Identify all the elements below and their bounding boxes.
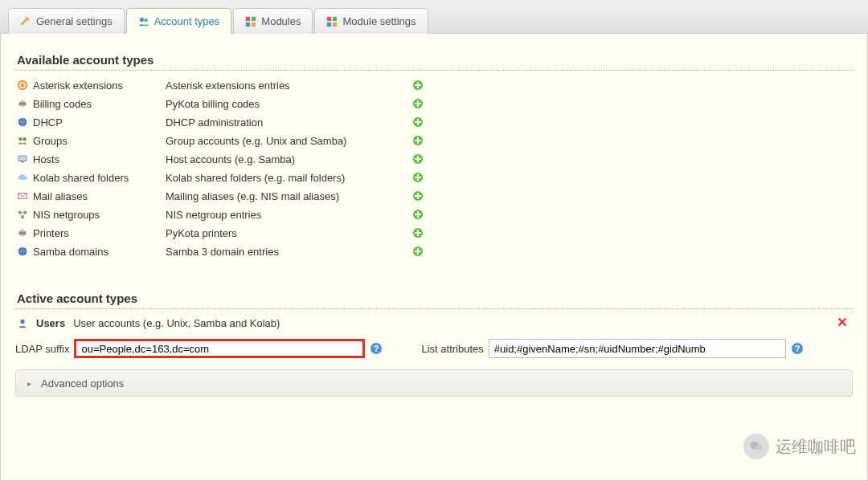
available-type-desc: Samba 3 domain entries <box>166 246 407 258</box>
tab-bar: General settings Account types Modules M… <box>0 0 868 34</box>
type-name-text: Billing codes <box>33 98 92 110</box>
available-type-name: Mail aliases <box>17 190 166 202</box>
remove-icon <box>837 316 848 328</box>
type-name-text: Groups <box>33 135 68 147</box>
add-type-button[interactable] <box>407 208 429 221</box>
advanced-options-label: Advanced options <box>41 377 124 389</box>
available-types-table: Asterisk extensionsAsterisk extensions e… <box>15 79 853 258</box>
advanced-options-toggle[interactable]: ▸ Advanced options <box>15 369 853 397</box>
add-type-button[interactable] <box>407 190 429 202</box>
tab-label: Modules <box>261 15 301 27</box>
host-icon <box>17 153 28 165</box>
add-type-button[interactable] <box>407 226 429 239</box>
chevron-right-icon: ▸ <box>27 379 31 388</box>
type-name-text: Kolab shared folders <box>33 172 129 184</box>
add-type-button[interactable] <box>407 79 429 92</box>
plus-icon <box>411 245 424 258</box>
available-type-name: Billing codes <box>17 98 166 110</box>
watermark: 运维咖啡吧 <box>743 434 856 459</box>
mail-icon <box>17 190 28 202</box>
available-type-desc: Kolab shared folders (e.g. mail folders) <box>166 172 407 184</box>
available-type-name: Printers <box>17 227 166 239</box>
available-type-desc: Mailing aliases (e.g. NIS mail aliases) <box>166 190 407 202</box>
active-type-desc: User accounts (e.g. Unix, Samba and Kola… <box>73 317 280 329</box>
add-type-button[interactable] <box>407 171 429 184</box>
plus-icon <box>411 208 424 221</box>
users-icon <box>138 16 149 27</box>
type-name-text: Asterisk extensions <box>33 79 123 92</box>
active-type-row: Users User accounts (e.g. Unix, Samba an… <box>17 317 853 329</box>
ldap-suffix-input[interactable] <box>74 339 365 358</box>
available-type-name: Hosts <box>17 153 166 165</box>
tab-general-settings[interactable]: General settings <box>8 8 125 34</box>
type-name-text: NIS netgroups <box>33 209 100 221</box>
available-type-desc: DHCP administration <box>166 116 407 128</box>
user-icon <box>17 318 28 329</box>
tab-content: Available account types Asterisk extensi… <box>0 34 868 481</box>
svg-point-24 <box>751 442 759 450</box>
blocks-icon <box>326 16 338 27</box>
svg-point-25 <box>756 445 763 451</box>
add-type-button[interactable] <box>407 134 429 147</box>
tab-modules[interactable]: Modules <box>233 8 313 34</box>
tab-label: Account types <box>154 15 220 27</box>
available-type-desc: Group accounts (e.g. Unix and Samba) <box>166 135 407 147</box>
available-type-desc: NIS netgroup entries <box>166 209 407 221</box>
tab-label: General settings <box>36 15 113 27</box>
type-name-text: Hosts <box>33 153 59 165</box>
list-attributes-input[interactable] <box>489 339 786 358</box>
tab-label: Module settings <box>342 15 416 27</box>
help-icon[interactable] <box>791 342 804 355</box>
available-type-desc: Asterisk extensions entries <box>166 79 407 92</box>
list-attributes-label: List attributes <box>421 343 483 355</box>
cloud-icon <box>17 172 28 183</box>
add-type-button[interactable] <box>407 245 429 258</box>
blocks-icon <box>245 16 256 27</box>
tab-account-types[interactable]: Account types <box>126 8 232 34</box>
available-type-name: DHCP <box>17 116 166 128</box>
wrench-icon <box>20 16 31 27</box>
plus-icon <box>411 190 424 202</box>
type-name-text: DHCP <box>33 116 63 128</box>
netgroup-icon <box>17 209 28 220</box>
plus-icon <box>411 97 424 110</box>
available-type-name: Kolab shared folders <box>17 172 166 184</box>
watermark-text: 运维咖啡吧 <box>776 436 856 458</box>
active-type-name: Users <box>36 317 65 329</box>
settings-form-row: LDAP suffix List attributes <box>15 339 853 358</box>
add-type-button[interactable] <box>407 116 429 128</box>
plus-icon <box>411 171 424 184</box>
available-type-desc: Host accounts (e.g. Samba) <box>166 153 407 165</box>
plus-icon <box>411 79 424 92</box>
wechat-icon <box>743 434 769 459</box>
available-type-desc: PyKota printers <box>166 227 407 239</box>
add-type-button[interactable] <box>407 97 429 110</box>
available-type-desc: PyKota billing codes <box>166 98 407 110</box>
asterisk-icon <box>17 79 28 91</box>
available-type-name: NIS netgroups <box>17 209 166 221</box>
plus-icon <box>411 153 424 165</box>
ldap-suffix-label: LDAP suffix <box>15 343 69 355</box>
available-type-name: Groups <box>17 135 166 147</box>
plus-icon <box>411 226 424 239</box>
available-type-name: Samba domains <box>17 246 166 258</box>
remove-active-type-button[interactable] <box>837 316 848 330</box>
section-available-title: Available account types <box>15 48 853 71</box>
available-type-name: Asterisk extensions <box>17 79 166 92</box>
plus-icon <box>411 134 424 147</box>
section-active-title: Active account types <box>15 287 853 309</box>
globe-icon <box>17 246 28 257</box>
printer-icon <box>17 98 28 109</box>
help-icon[interactable] <box>370 342 383 355</box>
tab-module-settings[interactable]: Module settings <box>314 8 428 34</box>
type-name-text: Mail aliases <box>33 190 88 202</box>
add-type-button[interactable] <box>407 153 429 165</box>
printer-icon <box>17 227 28 238</box>
type-name-text: Printers <box>33 227 69 239</box>
globe-icon <box>17 116 28 128</box>
group-icon <box>17 135 28 146</box>
type-name-text: Samba domains <box>33 246 108 258</box>
plus-icon <box>411 116 424 128</box>
